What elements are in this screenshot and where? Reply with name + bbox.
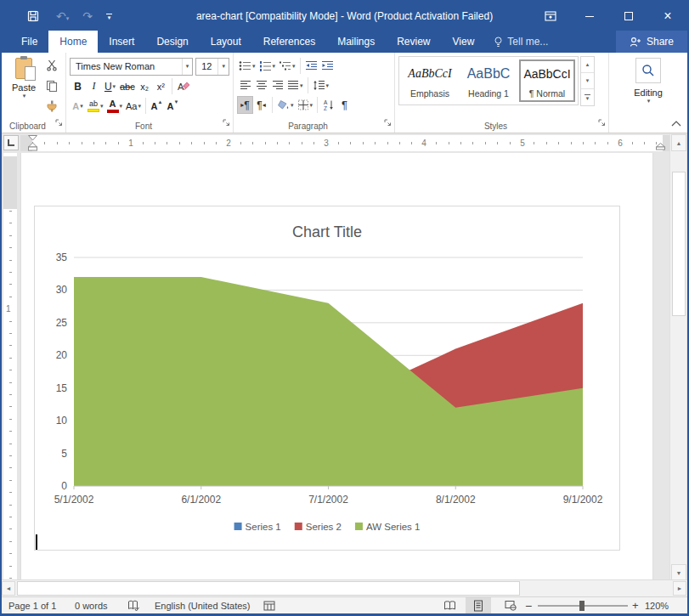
copy-button[interactable] [42,76,61,95]
read-mode-button[interactable] [437,597,462,613]
chart-object[interactable]: 5/1/20026/1/20027/1/20028/1/20029/1/2002… [34,206,620,551]
scroll-right-button[interactable]: ► [673,581,686,596]
justify-button[interactable]: ▾ [285,76,305,94]
zoom-out-button[interactable]: − [525,597,532,613]
clipboard-dialog-launcher[interactable] [54,115,63,130]
scroll-left-button[interactable]: ◄ [2,581,15,596]
grow-font-button[interactable]: A▲ [149,97,165,115]
redo-button[interactable]: ↷ [82,10,93,22]
bullet-list-button[interactable]: ▾ [237,57,257,75]
ribbon: Paste ▾ [2,53,687,133]
language-indicator[interactable]: English (United States) [155,597,251,613]
format-painter-button[interactable] [42,97,61,116]
underline-button[interactable]: U▾ [102,77,118,95]
save-button[interactable] [24,7,42,25]
tab-file[interactable]: File [10,31,48,53]
paragraph-group: ▾ ▾ ▾ [234,53,395,133]
tab-insert[interactable]: Insert [98,31,145,53]
close-button[interactable]: × [648,2,687,31]
proofing-status-button[interactable] [127,597,140,613]
tab-layout[interactable]: Layout [200,31,252,53]
font-size-caret-icon[interactable]: ▾ [217,59,229,75]
subscript-button[interactable]: x₂ [137,77,153,95]
scroll-up-button[interactable]: ▲ [671,134,686,151]
tab-home[interactable]: Home [48,31,98,53]
web-layout-button[interactable] [498,597,523,613]
left-to-right-button[interactable]: ▸¶ [237,96,253,114]
shading-button[interactable]: ▾ [275,96,296,114]
vertical-scrollbar[interactable]: ▲ ▼ [669,134,686,581]
tab-design[interactable]: Design [145,31,199,53]
find-button[interactable] [635,58,661,83]
maximize-button[interactable] [609,2,648,31]
right-indent-marker[interactable] [656,143,665,150]
italic-button[interactable]: I [86,77,102,95]
cut-button[interactable] [42,56,61,75]
tell-me-box[interactable]: Tell me... [485,31,556,53]
tab-mailings[interactable]: Mailings [326,31,386,53]
styles-scroll-up-button[interactable]: ▲ [581,57,594,73]
customize-qat-button[interactable]: ▾ [106,14,112,20]
zoom-level[interactable]: 120% [645,597,669,613]
multilevel-list-button[interactable]: ▾ [277,57,297,75]
tab-selector-button[interactable] [3,135,19,150]
clear-formatting-button[interactable]: A [175,77,192,95]
zoom-slider-handle[interactable] [579,601,585,611]
styles-more-button[interactable]: ▼ [581,89,594,105]
font-dialog-launcher[interactable] [222,115,230,130]
chart-title: Chart Title [292,223,362,240]
font-size-combo[interactable]: 12 ▾ [195,58,229,76]
decrease-indent-button[interactable] [303,57,319,75]
change-case-button[interactable]: Aa▾ [124,97,143,115]
shrink-font-button[interactable]: A▼ [165,97,181,115]
font-name-caret-icon[interactable]: ▾ [182,59,193,75]
align-center-button[interactable] [253,76,269,94]
style-card-heading1[interactable]: AaBbC Heading 1 [460,59,517,102]
document-area[interactable]: 1 5/1/20026/1/20027/1/20028/1/20029/1/20… [2,153,687,579]
scroll-down-button[interactable]: ▼ [671,564,686,581]
ribbon-display-options-button[interactable] [531,2,570,31]
vertical-scroll-thumb[interactable] [672,172,686,316]
style-card-emphasis[interactable]: AaBbCcI Emphasis [402,59,458,102]
tab-view[interactable]: View [442,31,486,53]
print-layout-icon [473,600,483,612]
macro-record-button[interactable] [263,597,275,613]
tab-references[interactable]: References [252,31,326,53]
print-layout-button[interactable] [466,597,491,613]
numbered-list-button[interactable]: ▾ [257,57,278,75]
text-effects-button[interactable]: A▾ [70,97,86,115]
editing-group-label[interactable]: Editing [634,88,663,98]
collapse-ribbon-button[interactable] [671,115,681,130]
font-color-button[interactable]: A ▾ [105,97,125,115]
paragraph-dialog-launcher[interactable] [383,115,392,130]
show-paragraph-marks-button[interactable]: ¶ [336,96,353,114]
align-right-button[interactable] [269,76,285,94]
highlight-color-button[interactable]: ab ▾ [86,97,105,115]
font-name-combo[interactable]: Times New Roman ▾ [70,58,193,76]
styles-dialog-launcher[interactable] [597,115,606,130]
minimize-button[interactable] [570,2,609,31]
borders-button[interactable]: ▾ [296,96,315,114]
page-indicator[interactable]: Page 1 of 1 [8,597,56,613]
zoom-in-button[interactable]: + [632,597,639,613]
status-bar: Page 1 of 1 0 words English (United Stat… [2,596,687,613]
align-left-button[interactable] [237,76,253,94]
line-spacing-button[interactable]: ▾ [311,76,331,94]
horizontal-scroll-thumb[interactable] [17,581,520,596]
share-button[interactable]: Share [616,31,687,53]
undo-button[interactable]: ↶▾ [56,8,69,24]
style-card-normal-selected[interactable]: AaBbCcI ¶ Normal [519,59,575,102]
strikethrough-button[interactable]: abc [118,77,137,95]
increase-indent-button[interactable] [319,57,336,75]
indent-markers[interactable] [28,135,37,151]
horizontal-scrollbar[interactable]: ◄ ► [2,579,687,596]
paste-button[interactable]: Paste ▾ [7,58,41,114]
right-to-left-button[interactable]: ¶◂ [253,96,269,114]
styles-scroll-down-button[interactable]: ▼ [581,73,594,89]
web-layout-icon [505,600,517,611]
word-count[interactable]: 0 words [75,597,108,613]
superscript-button[interactable]: x² [153,77,169,95]
sort-button[interactable]: AZ [320,96,336,114]
tab-review[interactable]: Review [386,31,441,53]
bold-button[interactable]: B [70,77,86,95]
